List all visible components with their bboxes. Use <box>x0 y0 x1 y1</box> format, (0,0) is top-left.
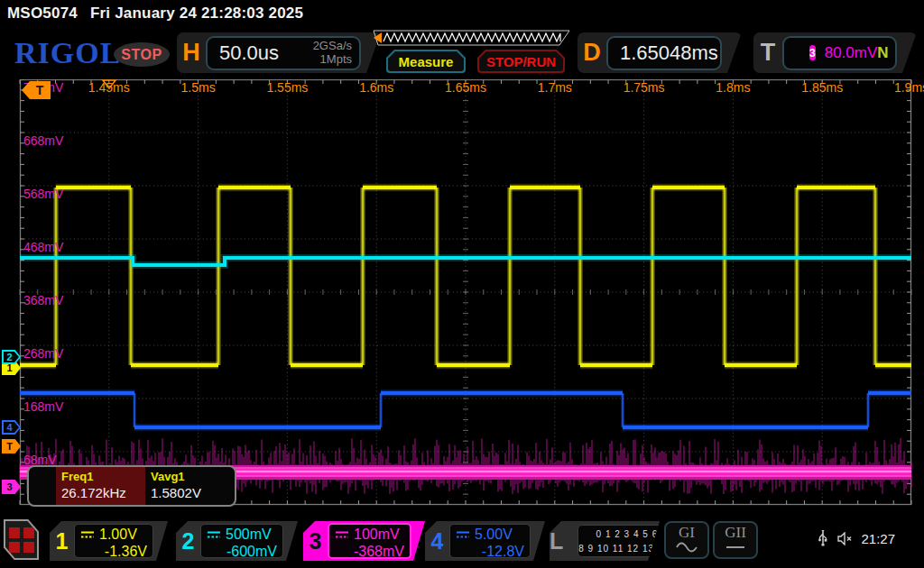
channel2-scale: 500mV <box>226 526 272 543</box>
time-label: 1.45ms <box>78 80 141 95</box>
memory-position-indicator <box>373 30 571 48</box>
channel2-number: 2 <box>176 528 200 554</box>
generator2-button[interactable]: GII <box>713 521 758 559</box>
time-label: 1.5ms <box>167 80 230 95</box>
status-icons: 21:27 <box>818 530 895 546</box>
generator1-label: GI <box>666 524 707 542</box>
sine-wave-icon <box>676 542 698 553</box>
horizontal-timebase-group[interactable]: H 50.0us 2GSa/s 1Mpts <box>177 32 381 73</box>
channel1-number: 1 <box>50 528 74 554</box>
dc-coupling-icon <box>456 530 470 539</box>
usb-icon <box>818 530 828 546</box>
grid-menu-icon <box>5 521 37 558</box>
logic-analyzer-label: L <box>550 528 563 554</box>
trigger-coupling: N <box>877 44 888 62</box>
channel1-marker-label: 1 <box>6 363 15 373</box>
volt-label: 668mV <box>23 133 63 148</box>
trigger-group[interactable]: T 3 80.0mV N <box>753 32 917 73</box>
measure-button-label: Measure <box>399 54 454 69</box>
oscilloscope-screen: { "titlebar": { "model": "MSO5074", "dat… <box>0 0 924 568</box>
time-label: 1.85ms <box>790 80 854 95</box>
channel2-marker-label: 2 <box>6 353 15 362</box>
time-label: 1.8ms <box>701 80 764 95</box>
measurement-freq[interactable]: Freq1 26.172kHz <box>56 467 145 505</box>
measurement-popup[interactable]: Freq1 26.172kHz Vavg1 1.5802V <box>27 465 236 507</box>
freq-value: 26.172kHz <box>61 485 145 500</box>
channel4-marker-label: 4 <box>6 423 15 433</box>
memory-depth: 1Mpts <box>313 53 352 66</box>
volt-label: 368mV <box>23 293 63 307</box>
channel2-block[interactable]: 2 500mV -600mV <box>176 521 298 561</box>
delay-offset-group[interactable]: D 1.65048ms <box>578 32 742 73</box>
volt-label: 468mV <box>23 240 63 254</box>
channel1-scale: 1.00V <box>99 526 137 543</box>
channel4-scale: 5.00V <box>475 526 513 543</box>
channel3-number: 3 <box>303 528 328 554</box>
t-label: T <box>753 39 782 67</box>
measure-button[interactable]: Measure <box>386 50 466 73</box>
flat-line-icon <box>725 542 746 553</box>
generator1-button[interactable]: GI <box>664 521 709 559</box>
trigger-level-marker-label: T <box>6 442 16 452</box>
stop-run-button[interactable]: STOP/RUN <box>477 50 565 73</box>
channel4-block[interactable]: 4 5.00V -12.8V <box>425 521 545 561</box>
d-label: D <box>578 39 606 67</box>
channel3-scale: 100mV <box>354 526 400 543</box>
time-label: 1.7ms <box>523 80 587 95</box>
trigger-flag-label: T <box>36 83 44 97</box>
time-label: 1.9ms <box>880 80 924 95</box>
menu-button[interactable] <box>4 519 39 560</box>
time-label: 1.55ms <box>255 80 319 95</box>
model-name: MSO5074 <box>7 5 78 22</box>
volt-label: 168mV <box>23 399 63 414</box>
timebase-box[interactable]: 50.0us 2GSa/s 1Mpts <box>206 36 361 70</box>
timebase-value: 50.0us <box>208 41 279 65</box>
measurement-vavg[interactable]: Vavg1 1.5802V <box>145 467 235 505</box>
trigger-source-badge: 3 <box>809 45 816 60</box>
channel3-block[interactable]: 3 100mV -368mV <box>303 521 425 561</box>
speaker-muted-icon[interactable] <box>836 532 853 545</box>
volt-label: 268mV <box>23 346 63 361</box>
sample-rate: 2GSa/s <box>313 40 352 52</box>
volt-label: 568mV <box>23 187 63 201</box>
channel4-offset: -12.8V <box>456 543 524 560</box>
channel1-block[interactable]: 1 1.00V -1.36V <box>50 521 168 561</box>
datetime: Fri January 24 21:28:03 2025 <box>90 5 303 22</box>
logic-analyzer-block[interactable]: L 0 1 2 3 4 5 6 7 8 9 10 11 12 13 14 15 <box>550 521 660 561</box>
titlebar: MSO5074Fri January 24 21:28:03 2025 <box>7 5 316 23</box>
h-label: H <box>177 39 206 67</box>
time-label: 1.65ms <box>434 80 497 95</box>
channel1-offset: -1.36V <box>80 543 147 560</box>
zigzag-waveform-icon <box>373 30 571 48</box>
vavg-label: Vavg1 <box>151 470 235 483</box>
channel4-number: 4 <box>425 528 449 554</box>
trigger-level-value: 80.0mV <box>825 44 878 62</box>
bottom-bar: 1 1.00V -1.36V 2 500mV -600mV 3 100mV -3… <box>0 518 924 568</box>
channel3-marker-label: 3 <box>6 482 15 492</box>
clock: 21:27 <box>861 531 895 546</box>
dc-coupling-icon <box>207 530 221 539</box>
freq-label: Freq1 <box>61 470 145 483</box>
time-label: 1.75ms <box>613 80 676 95</box>
channel2-offset: -600mV <box>207 543 277 560</box>
horizontal-offset-value: 1.65048ms <box>608 41 718 65</box>
run-state-badge[interactable]: STOP <box>114 42 170 67</box>
dc-coupling-icon <box>80 530 95 539</box>
time-label: 1.6ms <box>345 80 408 95</box>
generator2-label: GII <box>715 524 756 542</box>
rigol-logo: RIGOL <box>14 36 121 70</box>
stop-run-button-label: STOP/RUN <box>486 54 556 69</box>
dc-coupling-icon <box>335 530 349 539</box>
waveform-display <box>0 79 924 507</box>
acquisition-info: 2GSa/s 1Mpts <box>313 40 359 66</box>
vavg-value: 1.5802V <box>151 485 235 500</box>
channel3-offset: -368mV <box>335 543 404 560</box>
